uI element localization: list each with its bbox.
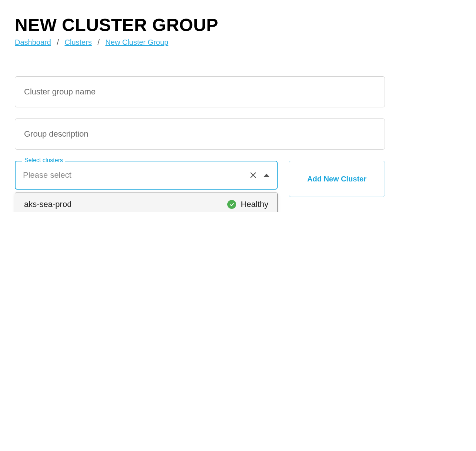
add-new-cluster-button[interactable]: Add New Cluster: [289, 161, 385, 197]
select-icons: [249, 171, 269, 179]
page-title: NEW CLUSTER GROUP: [15, 15, 461, 35]
select-clusters-label: Select clusters: [22, 157, 65, 164]
select-placeholder: Please select: [23, 170, 249, 180]
breadcrumb-dashboard[interactable]: Dashboard: [15, 38, 51, 46]
group-description-input[interactable]: [15, 118, 385, 150]
cluster-group-name-input[interactable]: [15, 76, 385, 107]
caret-up-icon[interactable]: [264, 174, 269, 177]
dropdown-option[interactable]: aks-sea-prodHealthy: [15, 193, 277, 212]
select-clusters-combobox[interactable]: Please select: [15, 161, 278, 190]
select-row: Select clusters Please select: [15, 161, 385, 197]
breadcrumb: Dashboard / Clusters / New Cluster Group: [15, 38, 461, 47]
form-area: Select clusters Please select: [15, 76, 385, 197]
breadcrumb-clusters[interactable]: Clusters: [65, 38, 92, 46]
option-status: Healthy: [227, 200, 268, 209]
check-circle-icon: [227, 200, 236, 209]
clear-icon[interactable]: [249, 171, 257, 179]
option-status-text: Healthy: [241, 200, 268, 209]
select-placeholder-text: Please select: [23, 170, 71, 180]
text-cursor: [23, 171, 23, 180]
option-name: aks-sea-prod: [24, 200, 71, 209]
breadcrumb-separator: /: [97, 38, 100, 46]
select-clusters-dropdown: aks-sea-prodHealthyeks-useast1-prodHealt…: [15, 193, 278, 212]
select-clusters-wrapper: Select clusters Please select: [15, 161, 278, 190]
breadcrumb-new-cluster-group[interactable]: New Cluster Group: [105, 38, 168, 46]
breadcrumb-separator: /: [57, 38, 59, 46]
